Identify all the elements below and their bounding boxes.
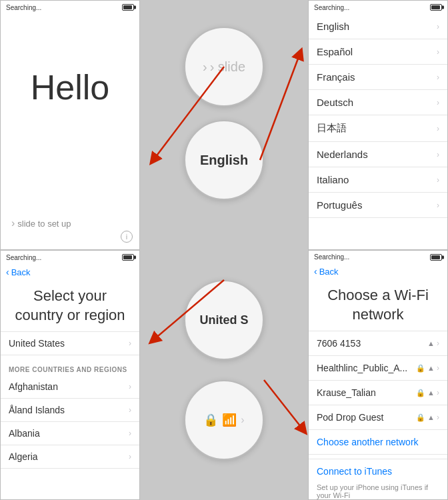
chevron-us: › <box>129 339 131 348</box>
wifi-back-chevron-icon: ‹ <box>314 266 317 277</box>
slide-text-mag: › slide <box>210 59 245 75</box>
country-back-button[interactable]: ‹ Back <box>1 264 139 280</box>
chevron-francais: › <box>437 73 439 82</box>
lang-label-dutch: Nederlands <box>317 149 368 160</box>
wifi-name-poddrop: Pod Drop Guest <box>317 412 383 423</box>
wifi-screen-title: Choose a Wi-Fi network <box>309 279 447 331</box>
wifi-lock-poddrop: 🔒 <box>416 413 425 422</box>
country-label-albania: Albania <box>9 428 40 439</box>
united-label: United S <box>199 313 248 327</box>
magnifier-united: United S <box>184 280 264 360</box>
lang-item-japanese[interactable]: 日本語 › <box>309 115 447 142</box>
wifi-status-text: Searching... <box>314 253 349 261</box>
wifi-signal-healthlinc: ▲ <box>427 364 435 372</box>
chevron-deutsch: › <box>437 98 439 107</box>
country-label-algeria: Algeria <box>9 451 38 462</box>
wifi-back-label: Back <box>319 267 339 277</box>
chevron-krause: › <box>437 388 439 397</box>
lang-label-deutsch: Deutsch <box>317 97 353 108</box>
wifi-name-krause: Krause_Talian <box>317 387 376 398</box>
chevron-italian: › <box>437 175 439 185</box>
wifi-icons-7606: ▲ › <box>427 339 439 348</box>
chevron-afghanistan: › <box>129 382 131 391</box>
wifi-signal-7606: ▲ <box>427 339 435 347</box>
wifi-icon-mag: 📶 <box>222 413 237 427</box>
wifi-lock-krause: 🔒 <box>416 389 425 397</box>
wifi-item-healthlinc[interactable]: Healthlinc_Public_A... 🔒 ▲ › <box>309 356 447 381</box>
choose-another-network-link[interactable]: Choose another network <box>309 430 447 455</box>
svg-line-1 <box>260 53 300 160</box>
wifi-screen: Searching... ‹ Back Choose a Wi-Fi netwo… <box>308 250 448 500</box>
magnifier-wifi: 🔒 📶 › <box>184 380 264 460</box>
lang-item-francais[interactable]: Français › <box>309 65 447 90</box>
lang-item-espanol[interactable]: Español › <box>309 39 447 65</box>
wifi-lock-healthlinc: 🔒 <box>416 364 425 373</box>
lang-label-portuguese: Português <box>317 199 362 211</box>
slide-chevron: › <box>11 217 15 229</box>
info-button[interactable]: i <box>121 231 133 243</box>
slide-chevron-mag: › <box>203 59 207 75</box>
hello-status-text: Searching... <box>6 4 41 11</box>
language-screen: Searching... English › Español › Françai… <box>308 0 448 250</box>
wifi-battery-icon <box>430 254 442 261</box>
country-status-bar: Searching... <box>1 251 139 264</box>
chevron-7606: › <box>437 339 439 348</box>
country-item-algeria[interactable]: Algeria › <box>1 445 139 469</box>
lang-item-english[interactable]: English › <box>309 14 447 39</box>
connect-itunes-link[interactable]: Connect to iTunes <box>309 459 447 483</box>
slide-text: slide to set up <box>17 219 71 229</box>
country-item-us[interactable]: United States › <box>1 331 139 355</box>
lang-item-italian[interactable]: Italiano › <box>309 167 447 193</box>
back-chevron-icon: ‹ <box>6 267 9 277</box>
country-back-label: Back <box>11 267 31 277</box>
country-item-aland[interactable]: Åland Islands › <box>1 399 139 422</box>
wifi-icons-poddrop: 🔒 ▲ › <box>416 413 439 422</box>
chevron-healthlinc: › <box>437 363 439 373</box>
wifi-signal-krause: ▲ <box>427 389 435 397</box>
lang-label-english: English <box>317 21 349 32</box>
country-section-header: MORE COUNTRIES AND REGIONS <box>1 362 139 375</box>
magnifier-english: English <box>184 120 264 200</box>
wifi-back-button[interactable]: ‹ Back <box>309 263 447 279</box>
country-item-afghanistan[interactable]: Afghanistan › <box>1 375 139 399</box>
chevron-espanol: › <box>437 47 439 57</box>
lang-label-francais: Français <box>317 71 355 83</box>
english-label: English <box>200 153 248 168</box>
country-screen: Searching... ‹ Back Select your country … <box>0 250 140 500</box>
lock-icon-mag: 🔒 <box>203 413 218 427</box>
hello-status-bar: Searching... <box>1 1 139 14</box>
svg-line-3 <box>264 380 303 430</box>
lang-status-bar: Searching... <box>309 1 447 14</box>
chevron-albania: › <box>129 429 131 438</box>
country-battery-icon <box>122 254 134 261</box>
wifi-symbols-mag: 🔒 📶 › <box>203 413 244 427</box>
wifi-icons-healthlinc: 🔒 ▲ › <box>416 363 439 373</box>
battery-icon <box>122 4 134 11</box>
country-us-label: United States <box>9 338 65 349</box>
wifi-item-poddrop[interactable]: Pod Drop Guest 🔒 ▲ › <box>309 405 447 430</box>
wifi-item-7606[interactable]: 7606 4153 ▲ › <box>309 331 447 356</box>
country-screen-title: Select your country or region <box>1 280 139 331</box>
chevron-portuguese: › <box>437 201 439 210</box>
chevron-dutch: › <box>437 150 439 159</box>
lang-item-deutsch[interactable]: Deutsch › <box>309 90 447 115</box>
country-label-afghanistan: Afghanistan <box>9 381 58 392</box>
lang-item-dutch[interactable]: Nederlands › <box>309 142 447 167</box>
chevron-english: › <box>437 22 439 31</box>
wifi-icons-krause: 🔒 ▲ › <box>416 388 439 397</box>
chevron-japanese: › <box>437 124 439 133</box>
wifi-name-7606: 7606 4153 <box>317 338 361 349</box>
country-label-aland: Åland Islands <box>9 405 65 415</box>
wifi-itunes-subtext: Set up your iPhone using iTunes if your … <box>309 483 447 499</box>
wifi-status-bar: Searching... <box>309 251 447 263</box>
chevron-aland: › <box>129 405 131 415</box>
chevron-wifi-mag: › <box>241 414 244 426</box>
wifi-item-krause[interactable]: Krause_Talian 🔒 ▲ › <box>309 381 447 405</box>
chevron-algeria: › <box>129 452 131 461</box>
country-item-albania[interactable]: Albania › <box>1 422 139 445</box>
magnifier-slide-content: › › slide <box>203 59 245 75</box>
country-status-text: Searching... <box>6 254 41 261</box>
language-list: English › Español › Français › Deutsch ›… <box>309 14 447 249</box>
magnifier-slide: › › slide <box>184 27 264 107</box>
lang-item-portuguese[interactable]: Português › <box>309 193 447 218</box>
